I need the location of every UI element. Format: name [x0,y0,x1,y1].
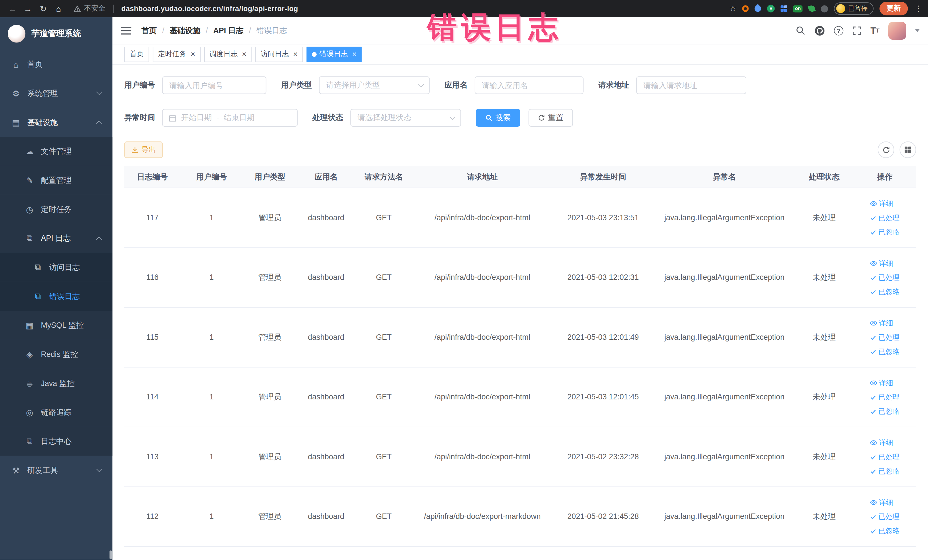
extension-icon-v[interactable]: V [767,5,775,12]
sidebar-collapse-icon[interactable] [121,24,132,36]
back-icon[interactable]: ← [6,4,19,13]
sidebar-item-dev-tools[interactable]: ⚒研发工具 [0,456,112,485]
github-icon[interactable] [814,25,825,36]
mark-ignored-link[interactable]: 已忽略 [870,466,900,476]
sidebar-item-scheduled-jobs[interactable]: ◷定时任务 [0,195,112,224]
export-button[interactable]: 导出 [124,142,163,158]
request-url-input[interactable] [636,76,746,94]
close-icon[interactable]: × [293,50,298,58]
mark-processed-link[interactable]: 已处理 [870,212,900,223]
user-avatar[interactable] [888,22,906,40]
user-type-select[interactable]: 请选择用户类型 [319,76,430,94]
extension-icon-leaf[interactable] [807,5,816,12]
reload-icon[interactable]: ↻ [37,4,50,13]
extension-icon-orange[interactable] [742,5,749,12]
eye-icon [870,499,877,506]
chrome-menu-icon[interactable]: ⋮ [914,4,922,13]
extension-icon-paw[interactable] [821,5,828,12]
sidebar-item-home[interactable]: ⌂首页 [0,50,112,79]
sidebar-item-system-management[interactable]: ⚙系统管理 [0,79,112,108]
cell-user-type: 管理员 [243,451,297,462]
breadcrumb-item[interactable]: API 日志 [213,25,243,36]
detail-link[interactable]: 详细 [870,318,893,328]
exception-time-range-picker[interactable]: 开始日期 - 结束日期 [162,109,298,127]
column-header: 操作 [853,172,916,182]
check-icon [870,528,877,534]
home-icon[interactable]: ⌂ [52,4,65,13]
user-id-input[interactable] [162,76,266,94]
filter-row-1: 用户编号 用户类型 请选择用户类型 应用名 [124,76,916,94]
reset-button[interactable]: 重置 [529,109,573,127]
close-icon[interactable]: × [191,50,195,58]
chrome-update-button[interactable]: 更新 [879,2,908,15]
chevron-up-icon [96,237,102,243]
refresh-button[interactable] [878,142,894,158]
mark-ignored-link[interactable]: 已忽略 [870,287,900,297]
detail-link[interactable]: 详细 [870,258,893,269]
mark-processed-link[interactable]: 已处理 [870,511,900,522]
detail-link[interactable]: 详细 [870,198,893,209]
view-tab-1[interactable]: 定时任务× [153,46,200,62]
help-icon[interactable]: ? [834,26,843,35]
sidebar-item-redis-monitor[interactable]: ◈Redis 监控 [0,340,112,369]
mark-ignored-link[interactable]: 已忽略 [870,525,900,536]
sidebar-item-link-trace[interactable]: ◎链路追踪 [0,398,112,427]
sidebar-item-infrastructure[interactable]: ▤基础设施 [0,108,112,137]
address-url[interactable]: dashboard.yudao.iocoder.cn/infra/log/api… [121,5,298,13]
check-icon [870,394,877,401]
fullscreen-icon[interactable] [852,26,862,35]
mark-processed-link[interactable]: 已处理 [870,332,900,343]
close-icon[interactable]: × [352,50,357,58]
view-tab-2[interactable]: 调度日志× [204,46,252,62]
sidebar-item-file-management[interactable]: ☁文件管理 [0,137,112,166]
mark-ignored-link[interactable]: 已忽略 [870,346,900,357]
mark-ignored-link[interactable]: 已忽略 [870,406,900,417]
sidebar-item-error-log[interactable]: ⧉错误日志 [0,282,112,311]
sidebar-item-log-center[interactable]: ⧉日志中心 [0,427,112,456]
bookmark-star-icon[interactable]: ☆ [730,4,736,13]
forward-icon[interactable]: → [21,4,35,13]
extension-icon-drop[interactable] [753,4,763,13]
app-name-input[interactable] [475,76,584,94]
extension-icon-grid[interactable] [781,5,788,12]
sidebar-item-config-management[interactable]: ✎配置管理 [0,166,112,195]
sidebar-scrollbar[interactable] [110,550,112,559]
mark-processed-link[interactable]: 已处理 [870,452,900,462]
view-tab-3[interactable]: 访问日志× [255,46,303,62]
error-log-table: 日志编号用户编号用户类型应用名请求方法名请求地址异常发生时间异常名处理状态操作 … [124,166,916,547]
sidebar-item-api-logs[interactable]: ⧉API 日志 [0,224,112,253]
sidebar-item-label: 日志中心 [41,436,72,447]
column-settings-button[interactable] [899,142,916,158]
sidebar-item-mysql-monitor[interactable]: ▦MySQL 监控 [0,311,112,340]
close-icon[interactable]: × [242,50,246,58]
breadcrumb-item[interactable]: 首页 [142,25,157,36]
sidebar-item-access-log[interactable]: ⧉访问日志 [0,253,112,282]
breadcrumb-item: 错误日志 [256,25,287,36]
select-placeholder: 请选择处理状态 [357,112,411,123]
process-status-select[interactable]: 请选择处理状态 [350,109,461,127]
font-size-icon[interactable]: TT [870,25,879,35]
cell-user-type: 管理员 [243,272,297,283]
detail-link[interactable]: 详细 [870,378,893,388]
view-tab-4[interactable]: 错误日志× [307,46,362,62]
chevron-down-icon[interactable] [915,29,920,32]
sidebar-item-java-monitor[interactable]: ☕Java 监控 [0,369,112,398]
search-button[interactable]: 搜索 [476,109,520,127]
grid-icon [904,146,911,153]
security-indicator[interactable]: 不安全 [73,3,105,14]
detail-link[interactable]: 详细 [870,497,893,508]
detail-link[interactable]: 详细 [870,437,893,448]
paused-profile-chip[interactable]: 已暂停 [834,2,873,15]
breadcrumb-item[interactable]: 基础设施 [170,25,200,36]
extension-on-badge[interactable]: on [793,5,803,12]
breadcrumb-separator: / [249,26,251,35]
mark-processed-link[interactable]: 已处理 [870,392,900,402]
cell-status: 未处理 [795,451,853,462]
cell-log-id: 114 [124,391,180,403]
view-tab-0[interactable]: 首页 [124,46,149,62]
search-icon[interactable] [795,25,805,35]
mark-ignored-link[interactable]: 已忽略 [870,227,900,237]
sidebar-item-label: 配置管理 [41,175,72,185]
logo[interactable]: 芋道管理系统 [0,17,112,50]
mark-processed-link[interactable]: 已处理 [870,272,900,283]
